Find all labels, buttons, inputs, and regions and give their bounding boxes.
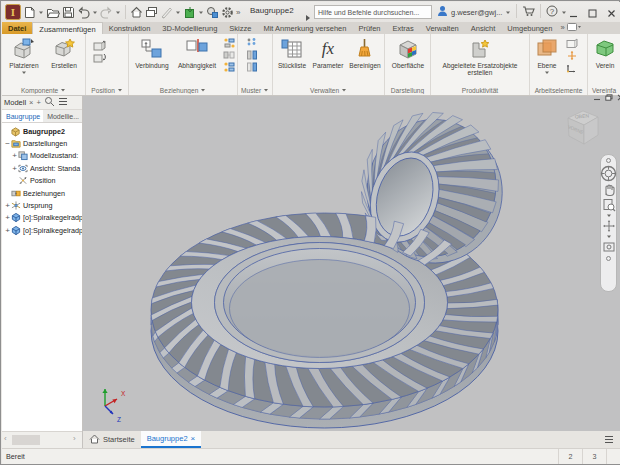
browser-tab-baugruppe[interactable]: Baugruppe — [2, 110, 43, 122]
win-close-icon[interactable] — [607, 4, 616, 22]
group-label-komponente[interactable]: Komponente — [2, 87, 85, 94]
tree-item-position[interactable]: Position — [2, 175, 82, 187]
verbindung-button[interactable]: Verbindung — [132, 36, 172, 69]
open-folder-icon[interactable] — [46, 3, 60, 21]
win-max-icon[interactable] — [588, 4, 597, 22]
ribbon-display-options[interactable] — [567, 22, 581, 34]
home-icon[interactable] — [130, 3, 143, 21]
user-icon[interactable] — [437, 5, 448, 19]
gear-assembly-model[interactable] — [83, 96, 620, 431]
tab-baugruppe2[interactable]: Baugruppe2× — [141, 431, 202, 448]
caret-icon[interactable] — [115, 3, 121, 21]
caret-icon[interactable] — [198, 3, 204, 21]
stueckliste-button[interactable]: Stückliste — [275, 36, 309, 69]
nav-hand-icon[interactable] — [602, 183, 616, 197]
mus-small2-icon[interactable] — [246, 49, 259, 61]
parameter-button[interactable]: fxParameter — [310, 36, 346, 69]
signed-in-user[interactable]: g.weser@gwj... — [451, 8, 502, 17]
scroll-right-arrow[interactable]: › — [73, 434, 76, 443]
mini-min-icon[interactable] — [593, 87, 601, 105]
new-doc-icon[interactable] — [23, 3, 36, 21]
expand-icon[interactable]: + — [4, 213, 11, 222]
ribbon-tab-konstruktion[interactable]: Konstruktion — [103, 22, 157, 34]
ribbon-tab-umgebungen[interactable]: Umgebungen — [501, 22, 558, 34]
status-cell-2[interactable]: 2 — [558, 449, 582, 464]
3d-viewport[interactable]: OBEN VORNE X Z — [83, 96, 620, 431]
tree-item--o-spiralkegelradp[interactable]: +[o]:Spiralkegelradp — [2, 224, 82, 236]
settings-icon[interactable] — [221, 3, 234, 21]
abgeleitete-ersatzobjekte-button[interactable]: Abgeleitete Ersatzobjekteerstellen — [435, 36, 525, 76]
ribbon-tab-extras[interactable]: Extras — [387, 22, 420, 34]
status-cell-3[interactable]: 3 — [582, 449, 606, 464]
ebene-button[interactable]: Ebene — [532, 36, 562, 76]
expand-icon[interactable]: + — [11, 151, 18, 160]
bez-small3-icon[interactable] — [223, 61, 236, 73]
browser-close[interactable]: × — [29, 98, 33, 107]
caret-icon[interactable] — [38, 3, 44, 21]
chev-more-icon[interactable]: » — [236, 3, 240, 21]
oberflaeche-button[interactable]: Oberfläche — [387, 36, 429, 69]
browser-hscrollbar[interactable]: ‹ › — [2, 431, 82, 448]
tree-item-ansicht-standa[interactable]: +Ansicht: Standa — [2, 162, 82, 174]
group-label-muster[interactable]: Muster — [238, 87, 272, 94]
tree-item-modellzustand-[interactable]: +Modellzustand: — [2, 150, 82, 162]
expand-icon[interactable]: + — [11, 164, 18, 173]
ribbon-tab-zusammenf-gen[interactable]: Zusammenfügen — [32, 22, 102, 34]
ribbon-tab-overflow[interactable]: » — [560, 22, 564, 34]
nav-caret-icon[interactable] — [606, 213, 612, 218]
abhaengigkeit-button[interactable]: Abhängigkeit — [173, 36, 221, 69]
mus-small3-icon[interactable] — [246, 61, 259, 73]
caret-icon[interactable] — [561, 8, 567, 17]
switch-window-icon[interactable] — [145, 3, 158, 21]
iproperties-icon[interactable] — [206, 3, 219, 21]
view-cube[interactable]: OBEN VORNE — [560, 104, 606, 158]
search-icon[interactable] — [44, 96, 55, 109]
arb-plane-icon[interactable] — [566, 37, 578, 49]
bereinigen-button[interactable]: Bereinigen — [347, 36, 383, 69]
ribbon-tab-3d-modellierung[interactable]: 3D-Modellierung — [156, 22, 223, 34]
vereinfacht-btn-button[interactable]: Verein — [590, 36, 620, 69]
ribbon-tab-datei[interactable]: Datei — [2, 22, 32, 34]
group-label-beziehungen[interactable]: Beziehungen — [129, 87, 237, 94]
collapse-icon[interactable]: − — [4, 139, 11, 148]
tree-item-beziehungen[interactable]: Beziehungen — [2, 187, 82, 199]
mini-restore-icon[interactable] — [605, 87, 613, 105]
caret-icon[interactable] — [175, 3, 181, 21]
tree-item--o-spiralkegelradp[interactable]: +[o]:Spiralkegelradp — [2, 212, 82, 224]
group-label-position[interactable]: Position — [86, 87, 128, 94]
nav-wheel-icon[interactable] — [600, 165, 617, 182]
scroll-thumb[interactable] — [12, 435, 40, 445]
browser-add-tab[interactable]: + — [36, 98, 40, 107]
nav-zoomdoc-icon[interactable] — [602, 198, 616, 212]
inventor-logo-icon[interactable]: I — [5, 3, 21, 21]
arb-axis-icon[interactable] — [566, 49, 578, 61]
expand-icon[interactable]: + — [4, 201, 11, 210]
nav-orbit-icon[interactable] — [602, 219, 616, 233]
nav-lookat-icon[interactable] — [602, 240, 616, 254]
caret-icon[interactable] — [505, 8, 511, 17]
resize-grip[interactable] — [606, 449, 620, 464]
ribbon-tab-ansicht[interactable]: Ansicht — [465, 22, 502, 34]
close-tab-icon[interactable]: × — [191, 434, 196, 443]
browser-tab-modellie[interactable]: Modellie... — [43, 110, 82, 122]
cart-icon[interactable] — [522, 5, 535, 19]
hamburger-icon[interactable] — [58, 97, 68, 108]
sketch-icon[interactable] — [160, 3, 173, 21]
tree-item-darstellungen[interactable]: −Darstellungen — [2, 137, 82, 149]
help-icon[interactable]: ? — [546, 5, 558, 19]
tree-item-ursprung[interactable]: +Ursprung — [2, 199, 82, 211]
ribbon-tab-mit-anmerkung-versehen[interactable]: Mit Anmerkung versehen — [257, 22, 352, 34]
ribbon-tab-pr-fen[interactable]: Prüfen — [352, 22, 386, 34]
save-icon[interactable] — [62, 3, 75, 21]
nav-caret-icon[interactable] — [606, 234, 612, 239]
group-label-verwalten[interactable]: Verwalten — [273, 87, 384, 94]
caret-icon[interactable] — [92, 3, 98, 21]
redo-icon[interactable] — [100, 3, 113, 21]
tab-list-menu[interactable] — [598, 431, 620, 448]
mus-small1-icon[interactable] — [246, 37, 259, 49]
arb-ucs-icon[interactable] — [566, 61, 578, 73]
undo-icon[interactable] — [77, 3, 90, 21]
ribbon-tab-verwalten[interactable]: Verwalten — [420, 22, 465, 34]
ribbon-tab-skizze[interactable]: Skizze — [223, 22, 257, 34]
pos-small1-icon[interactable] — [93, 40, 106, 52]
